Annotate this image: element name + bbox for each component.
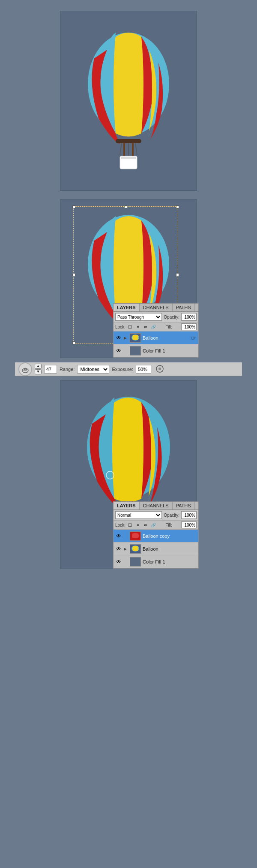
size-input[interactable] <box>44 365 57 374</box>
handle-bl[interactable] <box>72 341 75 344</box>
chain-icon-3[interactable]: 🔗 <box>150 522 156 528</box>
vis-icon-balloon-3[interactable]: 👁 <box>115 546 122 552</box>
thumb-balloon-3 <box>130 544 141 554</box>
burn-tool-icon[interactable] <box>18 362 32 376</box>
layers-controls-2: Pass Through Opacity: <box>114 312 198 322</box>
layer-row-balloon-2[interactable]: 👁 ▶ Balloon ☞ <box>114 332 198 344</box>
blend-mode-select-3[interactable]: Normal Pass Through <box>115 511 162 519</box>
svg-rect-37 <box>131 558 140 566</box>
panel1-canvas-wrapper <box>60 11 197 191</box>
vis-icon-balloon-2[interactable]: 👁 <box>115 335 122 341</box>
tab-paths-3[interactable]: PATHS <box>173 502 195 509</box>
airbrush-icon[interactable] <box>155 365 164 374</box>
vis-icon-colorfill-2[interactable]: 👁 <box>115 348 122 354</box>
brush-icon-2[interactable]: ✏ <box>143 324 149 330</box>
arrow-down-btn[interactable]: ▼ <box>35 369 42 374</box>
vis-icon-ballooncopy-3[interactable]: 👁 <box>115 533 122 539</box>
layers-tabs-3: LAYERS CHANNELS PATHS <box>114 502 198 510</box>
handle-tl[interactable] <box>72 205 75 208</box>
layers-panel-3: LAYERS CHANNELS PATHS Normal Pass Throug… <box>113 501 199 569</box>
layer-name-colorfill-2: Color Fill 1 <box>143 348 197 353</box>
layer-name-balloon-2: Balloon <box>143 335 188 341</box>
vis-icon-colorfill-3[interactable]: 👁 <box>115 559 122 565</box>
opacity-label-3: Opacity: <box>164 513 179 518</box>
thumb-ballooncopy-3 <box>130 531 141 541</box>
fill-label-2: Fill: <box>165 325 172 329</box>
tab-layers-2[interactable]: LAYERS <box>114 304 140 311</box>
fill-input-3[interactable] <box>181 521 197 528</box>
thumb-colorfill-3 <box>130 557 141 567</box>
svg-rect-8 <box>121 157 136 159</box>
range-select[interactable]: Midtones Shadows Highlights <box>77 365 109 374</box>
layers-lock-row-2: Lock: ☐ ✦ ✏ 🔗 Fill: <box>114 322 198 332</box>
opacity-input-2[interactable] <box>181 313 197 321</box>
panel3-canvas[interactable]: LAYERS CHANNELS PATHS Normal Pass Throug… <box>60 380 197 569</box>
tab-channels-3[interactable]: CHANNELS <box>140 502 173 509</box>
thumb-balloon-2 <box>130 333 141 343</box>
lock-icon-2[interactable]: ☐ <box>127 324 133 330</box>
handle-tr[interactable] <box>176 205 179 208</box>
exposure-input[interactable] <box>136 365 151 374</box>
svg-rect-19 <box>131 347 140 355</box>
chain-icon-2[interactable]: 🔗 <box>150 324 156 330</box>
arrow-buttons: ▲ ▼ <box>35 364 42 374</box>
svg-rect-5 <box>123 143 125 156</box>
arrow-up-btn[interactable]: ▲ <box>35 364 42 369</box>
cursor-hand-2: ☞ <box>191 335 197 341</box>
tab-channels-2[interactable]: CHANNELS <box>140 304 173 311</box>
fill-label-3: Fill: <box>165 523 172 527</box>
toolbar-wrapper: ▲ ▼ Range: Midtones Shadows Highlights E… <box>15 362 242 376</box>
arrow-balloon-2[interactable]: ▶ <box>124 336 128 340</box>
layers-tabs-2: LAYERS CHANNELS PATHS <box>114 304 198 312</box>
panel1-canvas[interactable] <box>60 11 197 191</box>
opacity-label-2: Opacity: <box>164 315 179 319</box>
layer-row-balloon-3[interactable]: 👁 ▶ Balloon <box>114 542 198 555</box>
handle-ml[interactable] <box>72 274 75 277</box>
svg-point-23 <box>158 368 161 370</box>
tab-layers-3[interactable]: LAYERS <box>114 502 140 509</box>
layer-row-colorfill-2[interactable]: 👁 Color Fill 1 <box>114 344 198 357</box>
svg-rect-4 <box>116 139 141 143</box>
main-wrapper: ✛ <box>0 0 257 580</box>
layers-panel-2: LAYERS CHANNELS PATHS Pass Through Opaci… <box>113 303 199 358</box>
handle-tm[interactable] <box>124 205 127 208</box>
layer-row-colorfill-3[interactable]: 👁 Color Fill 1 <box>114 555 198 568</box>
arrow-balloon-3[interactable]: ▶ <box>124 547 128 551</box>
fill-input-2[interactable] <box>181 323 197 330</box>
layers-lock-row-3: Lock: ☐ ✦ ✏ 🔗 Fill: <box>114 521 198 530</box>
tab-paths-2[interactable]: PATHS <box>173 304 195 311</box>
layer-name-colorfill-3: Color Fill 1 <box>143 559 197 564</box>
exposure-label: Exposure: <box>112 367 133 372</box>
toolbar-bar: ▲ ▼ Range: Midtones Shadows Highlights E… <box>15 362 242 376</box>
svg-rect-6 <box>132 143 134 156</box>
move-icon-3[interactable]: ✦ <box>135 522 141 528</box>
lock-icon-3[interactable]: ☐ <box>127 522 133 528</box>
balloon1 <box>86 24 171 171</box>
layers-controls-3: Normal Pass Through Opacity: <box>114 510 198 521</box>
handle-mr[interactable] <box>176 274 179 277</box>
blend-mode-select-2[interactable]: Pass Through <box>115 313 162 321</box>
layer-name-ballooncopy-3: Balloon copy <box>143 533 197 539</box>
move-icon-2[interactable]: ✦ <box>135 324 141 330</box>
panel3-section: LAYERS CHANNELS PATHS Normal Pass Throug… <box>0 376 257 573</box>
lock-label-2: Lock: <box>115 325 126 329</box>
layer-name-balloon-3: Balloon <box>143 546 197 552</box>
panel2-section: ✛ <box>0 195 257 362</box>
panel2-canvas-wrapper: ✛ <box>60 199 197 358</box>
panel3-canvas-wrapper: LAYERS CHANNELS PATHS Normal Pass Throug… <box>60 380 197 569</box>
panel2-canvas[interactable]: ✛ <box>60 199 197 358</box>
thumb-colorfill-2 <box>130 346 141 356</box>
layer-row-ballooncopy-3[interactable]: 👁 Balloon copy <box>114 530 198 542</box>
range-label: Range: <box>60 367 75 372</box>
brush-icon-3[interactable]: ✏ <box>143 522 149 528</box>
panel1-section <box>0 6 257 195</box>
opacity-input-3[interactable] <box>181 511 197 519</box>
lock-label-3: Lock: <box>115 523 126 527</box>
